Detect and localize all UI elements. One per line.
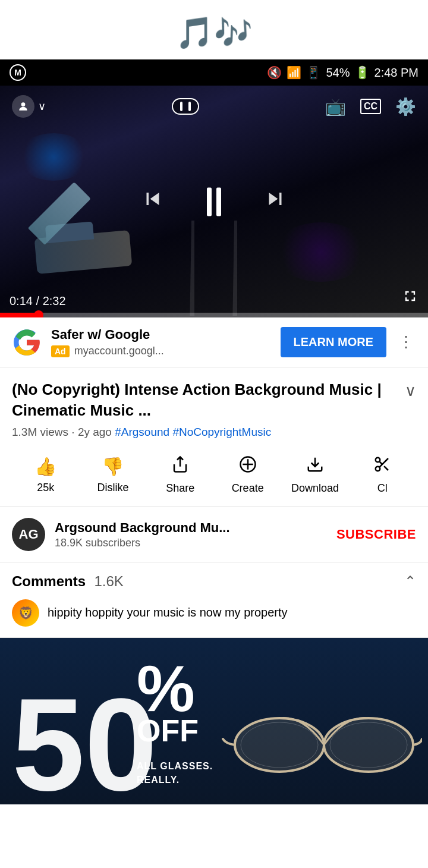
ad-badge: Ad (51, 345, 70, 357)
skip-next-button[interactable] (263, 187, 288, 217)
progress-bar[interactable] (0, 313, 428, 317)
ad-url: myaccount.googl... (74, 345, 164, 357)
svg-point-4 (376, 458, 380, 463)
percent-sign: % (137, 656, 199, 721)
comments-section: Comments 1.6K ⌃ 🦁 hippity hoppity your m… (0, 562, 428, 638)
channel-info: Argsound Background Mu... 18.9K subscrib… (55, 520, 327, 549)
music-header: 🎵🎶 (0, 0, 428, 59)
svg-line-8 (379, 461, 382, 464)
pause-pill (172, 98, 199, 115)
ad-more-button[interactable]: ⋮ (396, 333, 416, 351)
dislike-button[interactable]: 👎 Dislike (79, 451, 146, 499)
create-button[interactable]: Create (214, 451, 281, 499)
fullscreen-button[interactable] (402, 288, 418, 308)
dislike-label: Dislike (97, 482, 128, 494)
comment-avatar: 🦁 (12, 599, 39, 627)
video-title: (No Copyright) Intense Action Background… (12, 379, 405, 421)
create-label: Create (232, 482, 264, 495)
download-button[interactable]: Download (281, 451, 348, 499)
ad-title: Safer w/ Google (51, 327, 271, 342)
off-text: OFF (137, 715, 199, 746)
video-tags[interactable]: #Argsound #NoCopyrightMusic (115, 426, 271, 438)
create-icon (239, 455, 257, 477)
svg-point-5 (376, 467, 380, 471)
status-right: 🔇 📶 📱 54% 🔋 2:48 PM (267, 65, 418, 80)
comments-header: Comments 1.6K ⌃ (12, 573, 416, 590)
like-icon: 👍 (34, 456, 56, 477)
pause-button[interactable] (207, 187, 221, 216)
like-button[interactable]: 👍 25k (12, 451, 79, 499)
share-label: Share (166, 482, 194, 495)
video-player[interactable]: ∨ 📺 CC ⚙️ (0, 86, 428, 317)
battery-percent: 54% (326, 66, 350, 80)
svg-point-0 (21, 102, 26, 106)
svg-point-10 (324, 718, 413, 772)
dislike-icon: 👎 (102, 456, 124, 477)
account-button[interactable]: ∨ (12, 95, 46, 118)
comment-text: hippity hoppity your music is now my pro… (48, 599, 288, 621)
battery-icon: 🔋 (355, 65, 370, 80)
mute-icon: 🔇 (267, 65, 282, 80)
discount-percent-block: % OFF (137, 656, 199, 746)
google-logo (12, 328, 42, 357)
carrier-icon: M (10, 64, 26, 81)
signal-icon: 📱 (306, 65, 321, 80)
progress-fill (0, 313, 39, 317)
video-title-row: (No Copyright) Intense Action Background… (12, 379, 416, 421)
glasses-image (220, 680, 422, 787)
right-controls: 📺 CC ⚙️ (325, 97, 416, 117)
status-left: M (10, 64, 26, 81)
pause-indicator[interactable] (172, 98, 199, 115)
video-top-controls: ∨ 📺 CC ⚙️ (0, 86, 428, 127)
svg-point-9 (235, 718, 324, 772)
glasses-subtitle: ALL GLASSES. REALLY. (137, 760, 213, 787)
view-count: 1.3M views (12, 426, 68, 438)
wifi-icon: 📶 (287, 65, 301, 80)
video-info: (No Copyright) Intense Action Background… (0, 367, 428, 507)
video-meta: 1.3M views · 2y ago #Argsound #NoCopyrig… (12, 426, 416, 439)
learn-more-button[interactable]: LEARN MORE (281, 327, 386, 357)
expand-icon[interactable]: ∨ (405, 379, 416, 400)
account-circle (12, 95, 34, 118)
comments-toggle-icon[interactable]: ⌃ (404, 573, 416, 590)
share-icon (171, 455, 189, 477)
channel-name[interactable]: Argsound Background Mu... (55, 520, 327, 536)
current-time: 0:14 (10, 294, 33, 307)
channel-row: AG Argsound Background Mu... 18.9K subsc… (0, 507, 428, 562)
comments-label: Comments (12, 573, 86, 589)
download-label: Download (291, 482, 339, 495)
account-chevron-icon: ∨ (38, 100, 46, 113)
channel-avatar: AG (12, 518, 45, 551)
video-center-controls (140, 187, 288, 217)
svg-line-7 (384, 466, 388, 470)
ad-text: Safer w/ Google Ad myaccount.googl... (51, 327, 271, 357)
download-icon (306, 455, 324, 477)
progress-dot (34, 310, 43, 317)
time-display: 0:14 / 2:32 (10, 294, 418, 308)
bottom-ad-banner[interactable]: 50 % OFF ALL GLASSES. REALLY. (0, 638, 428, 804)
status-bar: M 🔇 📶 📱 54% 🔋 2:48 PM (0, 59, 428, 86)
settings-icon[interactable]: ⚙️ (395, 97, 416, 117)
clip-button[interactable]: Cl (349, 451, 416, 499)
comment-item: 🦁 hippity hoppity your music is now my p… (12, 599, 416, 627)
action-buttons: 👍 25k 👎 Dislike Share (12, 451, 416, 499)
video-age: 2y ago (78, 426, 112, 438)
comments-count: 1.6K (94, 573, 123, 589)
music-notes-icon: 🎵🎶 (175, 15, 253, 51)
time-display: 2:48 PM (374, 66, 418, 80)
channel-subscribers: 18.9K subscribers (55, 537, 327, 549)
comments-title-row: Comments 1.6K (12, 573, 124, 590)
share-button[interactable]: Share (147, 451, 214, 499)
discount-number: 50 (12, 680, 158, 804)
ad-banner: Safer w/ Google Ad myaccount.googl... LE… (0, 317, 428, 367)
like-count: 25k (37, 482, 54, 494)
clip-label: Cl (377, 482, 388, 495)
ad-badge-row: Ad myaccount.googl... (51, 345, 271, 357)
cc-icon[interactable]: CC (360, 99, 381, 114)
clip-icon (373, 455, 391, 477)
cast-icon[interactable]: 📺 (325, 97, 346, 117)
total-time: 2:32 (43, 294, 66, 307)
subscribe-button[interactable]: SUBSCRIBE (336, 527, 416, 542)
skip-previous-button[interactable] (140, 187, 165, 217)
